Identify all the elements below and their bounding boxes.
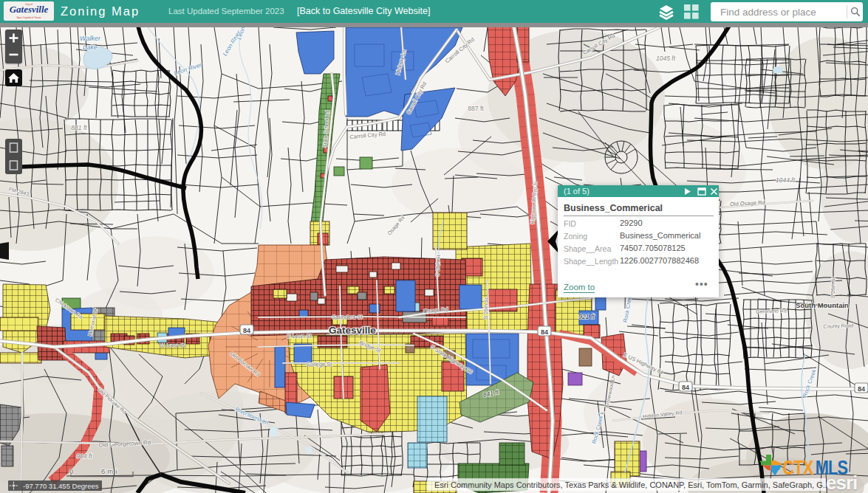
svg-text:S 28th St: S 28th St [435, 255, 441, 276]
svg-text:904 ft: 904 ft [76, 452, 92, 460]
svg-text:84: 84 [541, 328, 548, 336]
svg-text:College St: College St [307, 361, 333, 368]
svg-text:84: 84 [858, 385, 865, 393]
svg-text:1045 ft: 1045 ft [656, 55, 676, 62]
svg-text:MLS: MLS [816, 455, 848, 478]
svg-text:Gatesville: Gatesville [329, 325, 376, 336]
svg-text:887 ft: 887 ft [468, 105, 484, 112]
svg-text:South Mountain: South Mountain [796, 301, 849, 309]
svg-text:Geronimo Rd: Geronimo Rd [756, 308, 787, 314]
svg-text:881 ft: 881 ft [71, 124, 87, 131]
svg-text:Lake: Lake [83, 44, 98, 51]
svg-text:84: 84 [682, 384, 689, 391]
svg-text:0: 0 [69, 468, 73, 475]
svg-text:84: 84 [243, 327, 250, 334]
svg-text:Saunders St: Saunders St [332, 314, 363, 320]
svg-text:Walker: Walker [80, 35, 101, 42]
svg-text:CTX: CTX [782, 455, 813, 478]
svg-text:1044 ft: 1044 ft [776, 176, 796, 184]
svg-text:S 26th St: S 26th St [830, 277, 836, 298]
svg-text:S 26th St: S 26th St [483, 297, 489, 319]
svg-text:W Leon St: W Leon St [160, 342, 186, 348]
svg-text:921 ft: 921 ft [578, 313, 595, 320]
svg-text:E Leon St: E Leon St [287, 333, 312, 339]
svg-text:6mi: 6mi [101, 468, 119, 475]
